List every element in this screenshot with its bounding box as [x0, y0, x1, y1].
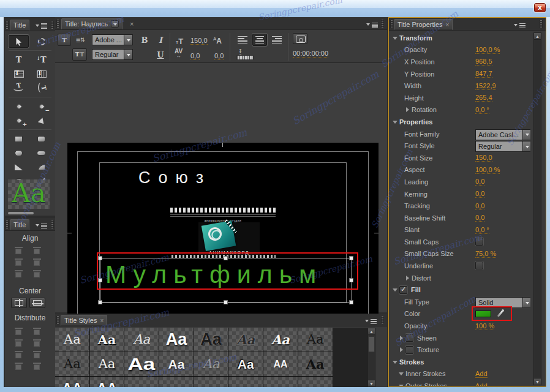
slant-value[interactable]: 0,0 ° [475, 226, 489, 234]
y-position-value[interactable]: 847,7 [475, 70, 492, 78]
kerning-value[interactable]: 0,0 [190, 52, 200, 60]
height-value[interactable]: 265,4 [475, 94, 492, 102]
add-anchor-point-tool[interactable]: + [9, 114, 29, 127]
style-swatch[interactable]: Aa [90, 352, 125, 377]
properties-tab-close-icon[interactable]: × [446, 21, 450, 28]
panel-gripper[interactable] [390, 20, 393, 28]
designer-tab-close-icon[interactable]: × [130, 21, 134, 28]
vertical-path-type-tool[interactable]: T [31, 81, 51, 94]
baseline-shift-value[interactable]: 0,0 [475, 214, 484, 222]
styles-scrollbar[interactable]: ▲ ▼ [367, 328, 375, 387]
center-2-button[interactable] [29, 298, 45, 308]
style-swatch[interactable]: Aa [159, 328, 194, 352]
delete-anchor-point-tool[interactable]: − [31, 100, 51, 113]
style-swatch[interactable]: Aa [124, 377, 159, 387]
panel-gripper[interactable] [381, 20, 384, 28]
style-swatch[interactable]: Aa [228, 377, 263, 387]
style-swatch[interactable]: Aa [263, 328, 298, 352]
window-close-button[interactable]: x [534, 3, 546, 12]
style-swatch[interactable]: Aa [194, 352, 229, 377]
tools-horizontal-scrollbar[interactable] [8, 212, 34, 214]
selection-handle[interactable] [349, 278, 353, 282]
title-chooser-dropdown-icon[interactable] [111, 20, 119, 28]
inner-strokes-add-link[interactable]: Add [475, 370, 488, 378]
outer-strokes-add-link[interactable]: Add [475, 382, 488, 386]
roll-crawl-options-icon[interactable]: ≣⇅ [73, 34, 87, 46]
opacity-value[interactable]: 100,0 % [475, 46, 500, 54]
align-center-button[interactable] [252, 34, 267, 46]
eyedropper-icon[interactable] [496, 309, 505, 318]
tracking-value[interactable]: 0,0 [475, 202, 484, 210]
triangle-down-icon[interactable] [392, 119, 399, 125]
wedge-tool[interactable] [9, 160, 29, 173]
canvas-text-selected[interactable]: Мультфильм [105, 259, 323, 290]
fill-color-swatch[interactable] [475, 311, 491, 317]
style-swatch[interactable]: Aa [90, 328, 125, 352]
selection-handle[interactable] [98, 256, 102, 260]
styles-tab-close-icon[interactable]: × [100, 317, 104, 324]
panel-gripper[interactable] [56, 316, 59, 324]
selection-handle[interactable] [349, 300, 353, 304]
dropdown-arrow-icon[interactable] [522, 297, 530, 308]
fill-checkbox[interactable] [399, 286, 407, 294]
style-swatch[interactable]: Aa [228, 328, 263, 352]
dropdown-arrow-icon[interactable] [124, 34, 133, 45]
tab-title-actions[interactable]: Title [10, 219, 29, 230]
x-position-value[interactable]: 968,5 [475, 58, 492, 66]
style-swatch[interactable]: AA [90, 377, 125, 387]
panel-menu-icon[interactable] [36, 22, 48, 29]
style-swatch[interactable]: Aa [124, 352, 159, 377]
style-swatch[interactable]: Aa [194, 377, 229, 387]
style-swatch[interactable]: Aa [298, 352, 333, 377]
triangle-down-icon[interactable] [392, 359, 399, 365]
texture-checkbox[interactable] [405, 346, 413, 354]
rotation-value[interactable]: 0,0 ° [475, 106, 489, 114]
triangle-right-icon[interactable] [404, 107, 412, 113]
align-left-button[interactable] [235, 34, 250, 46]
kerning-value[interactable]: 0,0 [475, 190, 484, 198]
triangle-right-icon[interactable] [404, 275, 412, 281]
style-swatch[interactable]: AA [263, 352, 298, 377]
background-video-timecode[interactable]: 00:00:00:00 [293, 50, 328, 58]
studio-logo[interactable]: АНИМАККОРД [198, 222, 260, 257]
panel-gripper[interactable] [56, 20, 59, 28]
triangle-down-icon[interactable] [392, 287, 399, 293]
font-style-select[interactable]: Regular [475, 141, 530, 152]
style-swatch[interactable]: Aa [194, 328, 229, 352]
selection-handle[interactable] [98, 278, 102, 282]
tab-title-styles[interactable]: Title Styles× [61, 315, 107, 326]
properties-scrollbar[interactable]: ▲ ▼ [533, 32, 541, 385]
templates-icon[interactable]: TT [72, 48, 87, 61]
area-type-tool[interactable]: T [9, 67, 29, 80]
selection-handle[interactable] [224, 256, 228, 260]
selection-handle[interactable] [98, 300, 102, 304]
vertical-type-tool[interactable]: ↓T [31, 53, 51, 66]
font-size-value[interactable]: 150,0 [475, 154, 492, 162]
tab-title-properties[interactable]: Title Properties× [394, 19, 453, 30]
style-swatch[interactable]: Aa [159, 377, 194, 387]
convert-anchor-point-tool[interactable] [31, 114, 51, 127]
font-style-select[interactable]: Regular [92, 49, 133, 60]
font-size-value[interactable]: 150,0 [190, 37, 208, 45]
clipped-corner-rectangle-tool[interactable] [31, 132, 51, 145]
panel-menu-icon[interactable] [366, 21, 379, 28]
panel-menu-icon[interactable] [365, 317, 377, 325]
vertical-area-type-tool[interactable]: T [31, 67, 51, 80]
triangle-down-icon[interactable] [392, 35, 399, 41]
sheen-checkbox[interactable] [405, 334, 413, 342]
center-1-button[interactable] [11, 298, 27, 308]
rectangle-tool[interactable] [9, 132, 29, 145]
current-style-preview[interactable]: Aa [8, 179, 50, 209]
panel-gripper[interactable] [540, 20, 543, 28]
triangle-down-icon[interactable] [398, 371, 405, 377]
style-swatch[interactable]: Aa [124, 328, 159, 352]
video-frame[interactable]: Союз анимационная студия АНИМАККОРД Муль… [67, 143, 379, 323]
style-swatch[interactable]: Aa [55, 328, 90, 352]
small-caps-checkbox[interactable] [475, 238, 483, 246]
triangle-right-icon[interactable] [398, 335, 405, 341]
rounded-rectangle-tool[interactable] [31, 146, 51, 159]
selection-handle[interactable] [224, 300, 228, 304]
rounded-corner-rectangle-tool[interactable] [9, 146, 29, 159]
align-right-button[interactable] [269, 34, 284, 46]
drawing-area[interactable]: Союз анимационная студия АНИМАККОРД Муль… [55, 63, 387, 312]
